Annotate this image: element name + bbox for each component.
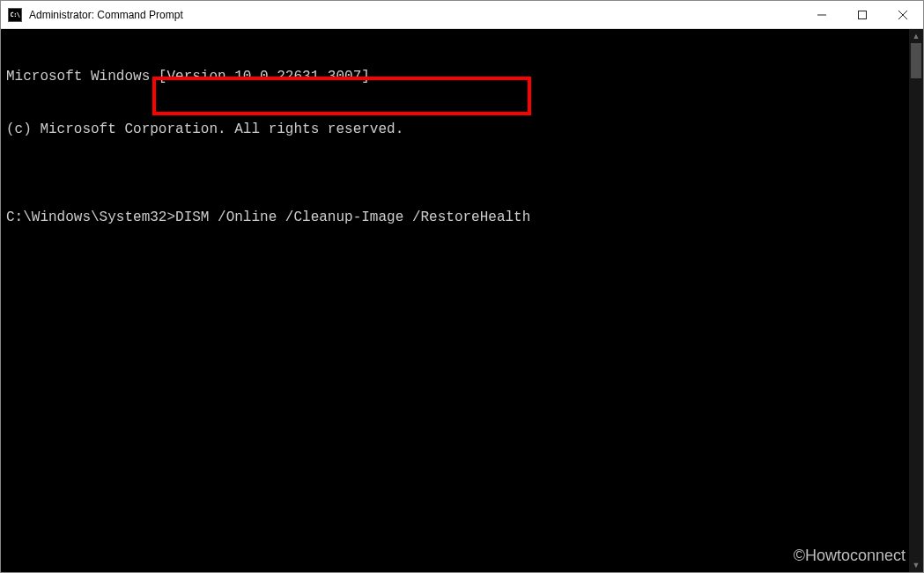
prompt-path: C:\Windows\System32> <box>6 209 175 225</box>
typed-command: DISM /Online /Cleanup-Image /RestoreHeal… <box>175 209 530 225</box>
maximize-button[interactable] <box>842 1 883 28</box>
cmd-icon: C:\ <box>8 8 22 22</box>
titlebar[interactable]: C:\ Administrator: Command Prompt <box>1 1 923 29</box>
scroll-down-arrow-icon[interactable]: ▼ <box>909 558 923 572</box>
close-button[interactable] <box>883 1 923 28</box>
maximize-icon <box>858 11 867 19</box>
scrollbar-thumb[interactable] <box>911 43 921 78</box>
watermark-text: ©Howtoconnect <box>794 547 906 565</box>
minimize-button[interactable] <box>802 1 842 28</box>
vertical-scrollbar[interactable]: ▲ ▼ <box>909 29 923 572</box>
scroll-up-arrow-icon[interactable]: ▲ <box>909 29 923 43</box>
window-title: Administrator: Command Prompt <box>29 9 802 21</box>
window-controls <box>802 1 923 28</box>
minimize-icon <box>817 11 826 19</box>
terminal-line-copyright: (c) Microsoft Corporation. All rights re… <box>6 121 923 138</box>
terminal-prompt-line: C:\Windows\System32>DISM /Online /Cleanu… <box>6 209 923 226</box>
terminal-area[interactable]: Microsoft Windows [Version 10.0.22631.30… <box>1 29 923 572</box>
svg-rect-1 <box>859 11 867 18</box>
close-icon <box>898 11 907 19</box>
terminal-line-version: Microsoft Windows [Version 10.0.22631.30… <box>6 68 923 85</box>
